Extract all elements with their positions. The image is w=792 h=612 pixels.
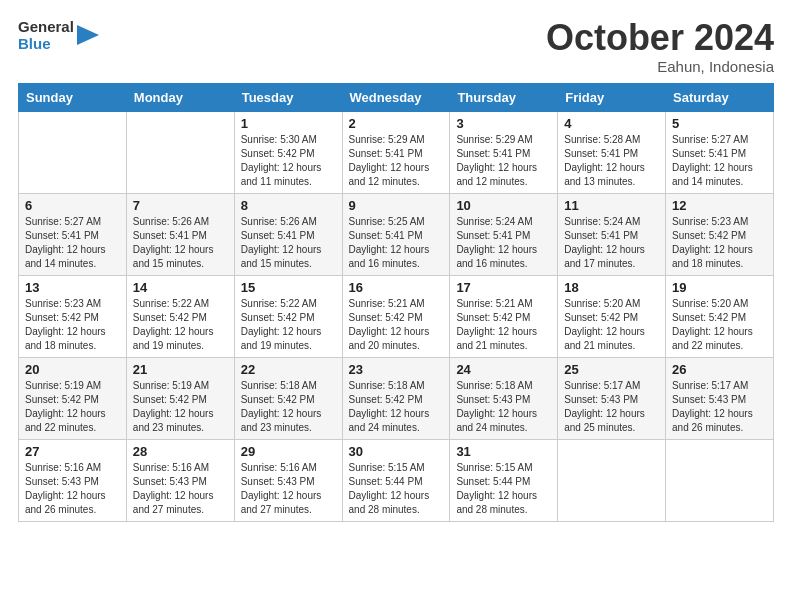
calendar-cell: 24Sunrise: 5:18 AMSunset: 5:43 PMDayligh… — [450, 357, 558, 439]
day-number: 16 — [349, 280, 444, 295]
weekday-header-thursday: Thursday — [450, 83, 558, 111]
calendar-cell: 4Sunrise: 5:28 AMSunset: 5:41 PMDaylight… — [558, 111, 666, 193]
day-info: Sunrise: 5:30 AMSunset: 5:42 PMDaylight:… — [241, 133, 336, 189]
calendar-cell: 26Sunrise: 5:17 AMSunset: 5:43 PMDayligh… — [666, 357, 774, 439]
day-number: 2 — [349, 116, 444, 131]
day-number: 11 — [564, 198, 659, 213]
day-number: 30 — [349, 444, 444, 459]
calendar-cell: 9Sunrise: 5:25 AMSunset: 5:41 PMDaylight… — [342, 193, 450, 275]
calendar-cell: 22Sunrise: 5:18 AMSunset: 5:42 PMDayligh… — [234, 357, 342, 439]
calendar-cell: 28Sunrise: 5:16 AMSunset: 5:43 PMDayligh… — [126, 439, 234, 521]
calendar-cell: 7Sunrise: 5:26 AMSunset: 5:41 PMDaylight… — [126, 193, 234, 275]
header: General Blue October 2024 Eahun, Indones… — [18, 18, 774, 75]
day-info: Sunrise: 5:22 AMSunset: 5:42 PMDaylight:… — [133, 297, 228, 353]
day-info: Sunrise: 5:23 AMSunset: 5:42 PMDaylight:… — [672, 215, 767, 271]
week-row-4: 20Sunrise: 5:19 AMSunset: 5:42 PMDayligh… — [19, 357, 774, 439]
page: General Blue October 2024 Eahun, Indones… — [0, 0, 792, 612]
day-info: Sunrise: 5:23 AMSunset: 5:42 PMDaylight:… — [25, 297, 120, 353]
day-number: 12 — [672, 198, 767, 213]
calendar-cell: 23Sunrise: 5:18 AMSunset: 5:42 PMDayligh… — [342, 357, 450, 439]
day-number: 7 — [133, 198, 228, 213]
weekday-header-saturday: Saturday — [666, 83, 774, 111]
day-info: Sunrise: 5:24 AMSunset: 5:41 PMDaylight:… — [456, 215, 551, 271]
calendar: SundayMondayTuesdayWednesdayThursdayFrid… — [18, 83, 774, 522]
calendar-cell: 31Sunrise: 5:15 AMSunset: 5:44 PMDayligh… — [450, 439, 558, 521]
day-info: Sunrise: 5:26 AMSunset: 5:41 PMDaylight:… — [241, 215, 336, 271]
day-number: 9 — [349, 198, 444, 213]
calendar-cell: 13Sunrise: 5:23 AMSunset: 5:42 PMDayligh… — [19, 275, 127, 357]
weekday-header-monday: Monday — [126, 83, 234, 111]
weekday-header-wednesday: Wednesday — [342, 83, 450, 111]
weekday-header-sunday: Sunday — [19, 83, 127, 111]
calendar-cell: 29Sunrise: 5:16 AMSunset: 5:43 PMDayligh… — [234, 439, 342, 521]
week-row-5: 27Sunrise: 5:16 AMSunset: 5:43 PMDayligh… — [19, 439, 774, 521]
day-number: 10 — [456, 198, 551, 213]
calendar-cell: 15Sunrise: 5:22 AMSunset: 5:42 PMDayligh… — [234, 275, 342, 357]
logo-triangle-icon — [77, 21, 99, 49]
day-info: Sunrise: 5:17 AMSunset: 5:43 PMDaylight:… — [564, 379, 659, 435]
calendar-cell: 25Sunrise: 5:17 AMSunset: 5:43 PMDayligh… — [558, 357, 666, 439]
day-number: 31 — [456, 444, 551, 459]
day-info: Sunrise: 5:22 AMSunset: 5:42 PMDaylight:… — [241, 297, 336, 353]
day-number: 19 — [672, 280, 767, 295]
location: Eahun, Indonesia — [546, 58, 774, 75]
day-info: Sunrise: 5:19 AMSunset: 5:42 PMDaylight:… — [133, 379, 228, 435]
week-row-3: 13Sunrise: 5:23 AMSunset: 5:42 PMDayligh… — [19, 275, 774, 357]
calendar-cell: 12Sunrise: 5:23 AMSunset: 5:42 PMDayligh… — [666, 193, 774, 275]
day-info: Sunrise: 5:21 AMSunset: 5:42 PMDaylight:… — [349, 297, 444, 353]
day-number: 3 — [456, 116, 551, 131]
svg-marker-0 — [77, 25, 99, 45]
calendar-cell: 27Sunrise: 5:16 AMSunset: 5:43 PMDayligh… — [19, 439, 127, 521]
calendar-cell — [126, 111, 234, 193]
day-info: Sunrise: 5:27 AMSunset: 5:41 PMDaylight:… — [25, 215, 120, 271]
day-number: 28 — [133, 444, 228, 459]
calendar-cell: 3Sunrise: 5:29 AMSunset: 5:41 PMDaylight… — [450, 111, 558, 193]
day-number: 6 — [25, 198, 120, 213]
day-info: Sunrise: 5:20 AMSunset: 5:42 PMDaylight:… — [564, 297, 659, 353]
calendar-cell: 30Sunrise: 5:15 AMSunset: 5:44 PMDayligh… — [342, 439, 450, 521]
day-number: 27 — [25, 444, 120, 459]
calendar-cell — [19, 111, 127, 193]
day-number: 15 — [241, 280, 336, 295]
day-info: Sunrise: 5:18 AMSunset: 5:43 PMDaylight:… — [456, 379, 551, 435]
day-number: 24 — [456, 362, 551, 377]
day-number: 4 — [564, 116, 659, 131]
week-row-2: 6Sunrise: 5:27 AMSunset: 5:41 PMDaylight… — [19, 193, 774, 275]
day-number: 13 — [25, 280, 120, 295]
day-info: Sunrise: 5:18 AMSunset: 5:42 PMDaylight:… — [349, 379, 444, 435]
day-number: 5 — [672, 116, 767, 131]
calendar-cell: 18Sunrise: 5:20 AMSunset: 5:42 PMDayligh… — [558, 275, 666, 357]
day-number: 23 — [349, 362, 444, 377]
day-info: Sunrise: 5:29 AMSunset: 5:41 PMDaylight:… — [456, 133, 551, 189]
day-number: 20 — [25, 362, 120, 377]
weekday-header-friday: Friday — [558, 83, 666, 111]
calendar-cell: 14Sunrise: 5:22 AMSunset: 5:42 PMDayligh… — [126, 275, 234, 357]
calendar-cell: 17Sunrise: 5:21 AMSunset: 5:42 PMDayligh… — [450, 275, 558, 357]
day-info: Sunrise: 5:17 AMSunset: 5:43 PMDaylight:… — [672, 379, 767, 435]
title-block: October 2024 Eahun, Indonesia — [546, 18, 774, 75]
day-number: 21 — [133, 362, 228, 377]
calendar-cell: 20Sunrise: 5:19 AMSunset: 5:42 PMDayligh… — [19, 357, 127, 439]
calendar-cell: 8Sunrise: 5:26 AMSunset: 5:41 PMDaylight… — [234, 193, 342, 275]
day-info: Sunrise: 5:16 AMSunset: 5:43 PMDaylight:… — [25, 461, 120, 517]
weekday-header-row: SundayMondayTuesdayWednesdayThursdayFrid… — [19, 83, 774, 111]
day-info: Sunrise: 5:19 AMSunset: 5:42 PMDaylight:… — [25, 379, 120, 435]
calendar-cell: 5Sunrise: 5:27 AMSunset: 5:41 PMDaylight… — [666, 111, 774, 193]
day-number: 22 — [241, 362, 336, 377]
calendar-cell: 16Sunrise: 5:21 AMSunset: 5:42 PMDayligh… — [342, 275, 450, 357]
calendar-cell: 1Sunrise: 5:30 AMSunset: 5:42 PMDaylight… — [234, 111, 342, 193]
logo: General Blue — [18, 18, 99, 53]
day-info: Sunrise: 5:29 AMSunset: 5:41 PMDaylight:… — [349, 133, 444, 189]
calendar-cell: 2Sunrise: 5:29 AMSunset: 5:41 PMDaylight… — [342, 111, 450, 193]
day-info: Sunrise: 5:27 AMSunset: 5:41 PMDaylight:… — [672, 133, 767, 189]
calendar-cell: 21Sunrise: 5:19 AMSunset: 5:42 PMDayligh… — [126, 357, 234, 439]
calendar-cell: 11Sunrise: 5:24 AMSunset: 5:41 PMDayligh… — [558, 193, 666, 275]
day-number: 26 — [672, 362, 767, 377]
day-number: 18 — [564, 280, 659, 295]
day-info: Sunrise: 5:28 AMSunset: 5:41 PMDaylight:… — [564, 133, 659, 189]
day-info: Sunrise: 5:20 AMSunset: 5:42 PMDaylight:… — [672, 297, 767, 353]
calendar-cell — [558, 439, 666, 521]
calendar-cell: 10Sunrise: 5:24 AMSunset: 5:41 PMDayligh… — [450, 193, 558, 275]
week-row-1: 1Sunrise: 5:30 AMSunset: 5:42 PMDaylight… — [19, 111, 774, 193]
day-number: 8 — [241, 198, 336, 213]
